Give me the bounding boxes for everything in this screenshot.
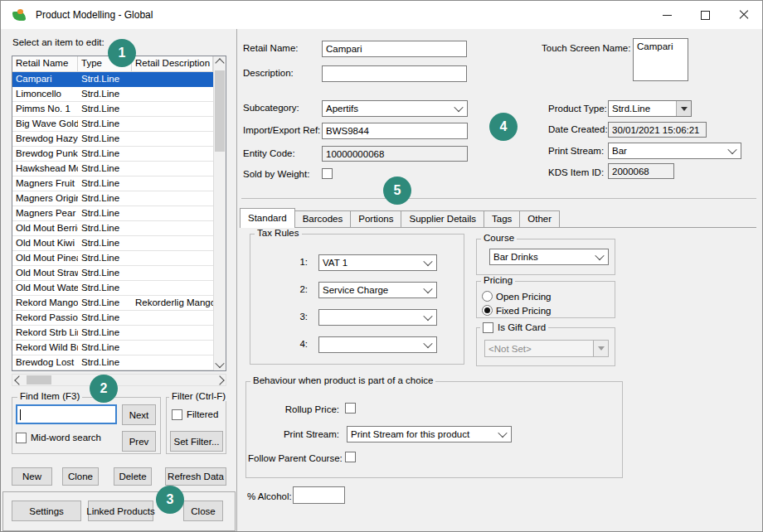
delete-button[interactable]: Delete (114, 467, 152, 486)
tab-barcodes[interactable]: Barcodes (294, 210, 352, 227)
alcohol-input[interactable] (293, 486, 345, 504)
tax-rule-4-dropdown[interactable] (318, 336, 437, 353)
product-list-body: CampariStrd.LineLimoncelloStrd.LinePimms… (12, 72, 213, 370)
tab-supplier-details[interactable]: Supplier Details (401, 210, 484, 227)
list-item[interactable]: Brewdog LostStrd.Line (12, 355, 213, 370)
set-filter-button[interactable]: Set Filter... (170, 431, 223, 452)
window-title: Product Modelling - Global (36, 9, 153, 21)
import-export-ref-input[interactable]: BWS9844 (322, 123, 468, 139)
list-item[interactable]: Brewdog Punk IIStrd.Line (12, 147, 213, 162)
maximize-button[interactable] (686, 1, 724, 29)
list-item[interactable]: Pimms No. 1Strd.Line (12, 102, 213, 117)
list-cell-type: Strd.Line (78, 341, 132, 355)
chevron-down-icon (423, 312, 432, 321)
list-item[interactable]: Old Mout PineapStrd.Line (12, 251, 213, 266)
description-input[interactable] (322, 65, 467, 82)
settings-button[interactable]: Settings (12, 501, 81, 521)
list-item[interactable]: Old Mout KiwiStrd.Line (12, 236, 213, 251)
course-dropdown[interactable]: Bar Drinks (489, 249, 609, 265)
list-item[interactable]: LimoncelloStrd.Line (12, 87, 213, 102)
list-item[interactable]: Brewdog Hazy IFStrd.Line (12, 132, 213, 147)
chevron-down-icon (454, 103, 463, 112)
is-gift-card-checkbox[interactable] (483, 322, 493, 333)
midword-search-checkbox[interactable] (16, 433, 27, 443)
subcategory-dropdown[interactable]: Apertifs (322, 100, 468, 117)
list-item[interactable]: Magners OriginaStrd.Line (12, 191, 213, 206)
list-item[interactable]: Old Mout WaterrStrd.Line (12, 281, 213, 296)
list-horizontal-scrollbar[interactable] (12, 374, 226, 386)
scroll-up-button[interactable] (214, 56, 226, 69)
tab-other[interactable]: Other (519, 210, 560, 227)
chevron-down-icon (423, 284, 432, 293)
new-button[interactable]: New (12, 467, 52, 486)
open-pricing-label: Open Pricing (496, 292, 551, 302)
list-item[interactable]: CampariStrd.Line (12, 72, 213, 87)
list-item[interactable]: Old Mout StrawbStrd.Line (12, 266, 213, 281)
list-item[interactable]: Rekord Wild BrrStrd.Line (12, 341, 213, 355)
behaviour-print-stream-dropdown[interactable]: Print Stream for this product (347, 426, 512, 443)
list-item[interactable]: Magners FruitStrd.Line (12, 177, 213, 191)
list-cell-name: Rekord Wild Brr (12, 341, 78, 355)
list-item[interactable]: Big Wave GoldeStrd.Line (12, 117, 213, 132)
tax-rule-1-dropdown[interactable]: VAT 1 (318, 254, 437, 271)
retail-name-input[interactable]: Campari (322, 41, 467, 57)
list-item[interactable]: Magners PearStrd.Line (12, 206, 213, 221)
list-item[interactable]: Rekord PassionStrd.Line (12, 311, 213, 326)
sold-by-weight-label: Sold by Weight: (243, 169, 309, 179)
close-button[interactable]: Close (183, 501, 223, 521)
tab-standard[interactable]: Standard (240, 208, 295, 228)
list-cell-name: Pimms No. 1 (12, 102, 78, 116)
list-item[interactable]: Old Mout BerriesStrd.Line (12, 221, 213, 236)
import-export-ref-label: Import/Export Ref: (243, 125, 320, 135)
rollup-price-checkbox[interactable] (345, 403, 356, 414)
sold-by-weight-checkbox[interactable] (322, 168, 333, 179)
scroll-left-button[interactable] (12, 375, 25, 385)
minimize-button[interactable] (648, 1, 686, 29)
find-input[interactable] (16, 404, 117, 424)
dropdown-button[interactable] (676, 101, 691, 116)
list-cell-type: Strd.Line (78, 87, 132, 101)
list-vertical-scrollbar[interactable] (213, 56, 226, 370)
scroll-down-button[interactable] (214, 358, 226, 370)
scroll-right-button[interactable] (213, 375, 226, 385)
minimize-icon (663, 15, 672, 16)
list-cell-type: Strd.Line (78, 132, 132, 146)
list-cell-desc (132, 206, 213, 220)
touch-screen-name-input[interactable]: Campari (633, 38, 688, 81)
horizontal-scroll-thumb[interactable] (27, 375, 51, 384)
column-header-retail-name[interactable]: Retail Name (12, 56, 78, 71)
tax-rule-2-dropdown[interactable]: Service Charge (318, 282, 437, 298)
list-item[interactable]: Rekord MangoStrd.LineRekorderlig Mango &… (12, 296, 213, 311)
list-cell-desc (132, 341, 213, 355)
close-window-button[interactable] (724, 1, 763, 29)
vertical-scroll-thumb[interactable] (215, 70, 225, 152)
filtered-checkbox[interactable] (172, 409, 182, 420)
tab-tags[interactable]: Tags (484, 210, 520, 227)
chevron-down-icon (215, 358, 224, 367)
rollup-price-label: Rollup Price: (256, 404, 339, 414)
linked-products-button[interactable]: Linked Products (88, 501, 153, 521)
list-item[interactable]: Hawkshead MosStrd.Line (12, 162, 213, 177)
column-header-retail-description[interactable]: Retail Description (132, 56, 213, 71)
print-stream-dropdown[interactable]: Bar (608, 143, 741, 159)
list-cell-desc (132, 221, 213, 235)
fixed-pricing-label: Fixed Pricing (496, 306, 551, 316)
tab-portions[interactable]: Portions (350, 210, 401, 227)
filtered-label: Filtered (187, 409, 218, 419)
list-item[interactable]: Rekord Strb LimStrd.Line (12, 326, 213, 341)
tax-rule-3-dropdown[interactable] (318, 309, 437, 326)
clone-button[interactable]: Clone (62, 467, 99, 486)
list-cell-type: Strd.Line (78, 147, 132, 161)
kds-item-id-label: KDS Item ID: (548, 167, 604, 177)
find-prev-button[interactable]: Prev (122, 431, 156, 452)
list-cell-name: Big Wave Golde (12, 117, 78, 131)
find-next-button[interactable]: Next (122, 404, 156, 425)
open-pricing-radio[interactable] (482, 291, 493, 302)
product-type-dropdown[interactable]: Strd.Line (608, 100, 692, 117)
refresh-data-button[interactable]: Refresh Data (165, 467, 226, 486)
follow-parent-course-checkbox[interactable] (345, 452, 356, 462)
entity-code-label: Entity Code: (243, 148, 295, 158)
fixed-pricing-radio[interactable] (482, 305, 493, 316)
list-cell-desc (132, 177, 213, 191)
tax-rule-4-label: 4: (283, 339, 308, 349)
